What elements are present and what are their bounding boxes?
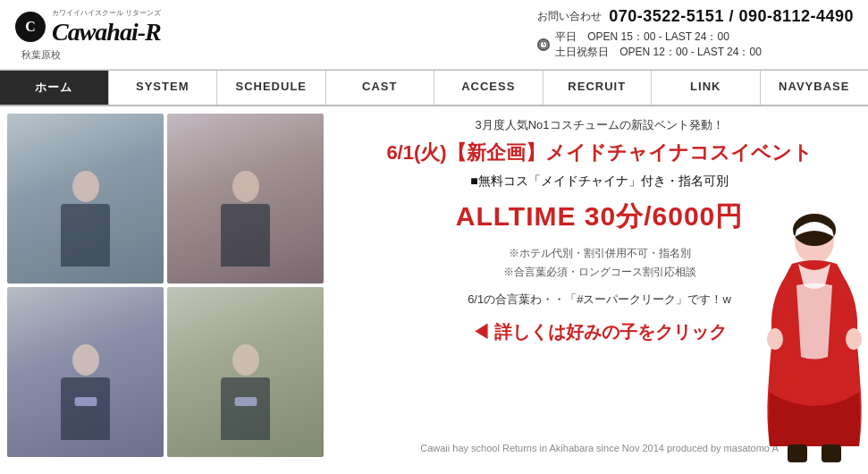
maid-figure <box>761 214 868 464</box>
content-area: 3月度人気No1コスチュームの新設ベント発動！ 6/1(火)【新企画】メイドチャ… <box>331 106 868 464</box>
svg-rect-9 <box>788 444 807 462</box>
logo-circle-icon: C <box>14 11 46 43</box>
hours-weekday: 平日 OPEN 15：00 - LAST 24：00 <box>555 30 729 45</box>
logo-area: C カワイイハイスクール リターンズ Cawahai-R 秋葉原校 <box>14 8 161 62</box>
free-costume-text: ■無料コス「メイドチャイナ」付き・指名可別 <box>470 174 728 190</box>
cta-text[interactable]: ◀ 詳しくは好みの子をクリック <box>472 320 728 344</box>
price-banner: ALLTIME 30分/6000円 <box>456 199 744 235</box>
photo-cell-1[interactable] <box>7 114 164 284</box>
nav-system[interactable]: SYSTEM <box>109 71 218 105</box>
nav-recruit[interactable]: RECRUIT <box>544 71 653 105</box>
hours-holiday: 土日祝祭日 OPEN 12：00 - LAST 24：00 <box>555 45 762 60</box>
nav-navybase[interactable]: NAVYBASE <box>761 71 869 105</box>
photo-3 <box>7 287 164 457</box>
phone-numbers: 070-3522-5151 / 090-8112-4490 <box>609 7 854 26</box>
nav-link[interactable]: LINK <box>652 71 761 105</box>
contact-area: お問い合わせ 070-3522-5151 / 090-8112-4490 平日 … <box>537 7 854 62</box>
mask-overlay-3 <box>74 397 97 406</box>
photo-grid <box>0 106 331 464</box>
note1: ※ホテル代別・割引併用不可・指名別 <box>503 244 696 264</box>
svg-point-8 <box>846 328 862 350</box>
hours-row: 平日 OPEN 15：00 - LAST 24：00 土日祝祭日 OPEN 12… <box>537 30 854 60</box>
nav-home[interactable]: ホーム <box>0 71 109 105</box>
kotoba-text: 6/1の合言葉わ・・「#スーパークリーク」です！w <box>468 292 731 308</box>
header: C カワイイハイスクール リターンズ Cawahai-R 秋葉原校 お問い合わせ… <box>0 0 868 70</box>
maid-svg <box>761 214 868 464</box>
navbar: ホーム SYSTEM SCHEDULE CAST ACCESS RECRUIT … <box>0 70 868 106</box>
photo-cell-3[interactable] <box>7 287 164 457</box>
photo-2 <box>167 114 324 284</box>
nav-cast[interactable]: CAST <box>326 71 435 105</box>
silhouette-1 <box>30 131 140 267</box>
logo-image: C カワイイハイスクール リターンズ Cawahai-R <box>14 8 161 47</box>
silhouette-4 <box>190 304 300 440</box>
notes-area: ※ホテル代別・割引併用不可・指名別 ※合言葉必須・ロングコース割引応相談 <box>503 244 696 283</box>
svg-point-7 <box>767 328 783 350</box>
photo-4 <box>167 287 324 457</box>
photo-cell-4[interactable] <box>167 287 324 457</box>
event-title: 6/1(火)【新企画】メイドチャイナコスイベント <box>386 140 812 166</box>
svg-text:C: C <box>25 19 36 34</box>
nav-schedule[interactable]: SCHEDULE <box>217 71 326 105</box>
hours-info: 平日 OPEN 15：00 - LAST 24：00 土日祝祭日 OPEN 12… <box>555 30 762 60</box>
announce-text: 3月度人気No1コスチュームの新設ベント発動！ <box>475 117 723 133</box>
logo-main-text: Cawahai-R <box>52 18 161 46</box>
main-content: 3月度人気No1コスチュームの新設ベント発動！ 6/1(火)【新企画】メイドチャ… <box>0 106 868 464</box>
contact-label: お問い合わせ <box>537 9 602 24</box>
logo-branch: 秋葉原校 <box>21 48 61 62</box>
svg-rect-10 <box>822 444 841 462</box>
photo-1 <box>7 114 164 284</box>
silhouette-3 <box>30 304 140 440</box>
note2: ※合言葉必須・ロングコース割引応相談 <box>503 263 696 283</box>
photo-cell-2[interactable] <box>167 114 324 284</box>
mask-overlay-4 <box>234 397 257 406</box>
silhouette-2 <box>190 131 300 267</box>
logo-kana-left: カワイイハイスクール リターンズ <box>52 8 161 18</box>
clock-icon <box>537 38 550 51</box>
footer-text: Cawaii hay school Returns in Akihabara s… <box>420 443 779 453</box>
nav-access[interactable]: ACCESS <box>434 71 544 105</box>
